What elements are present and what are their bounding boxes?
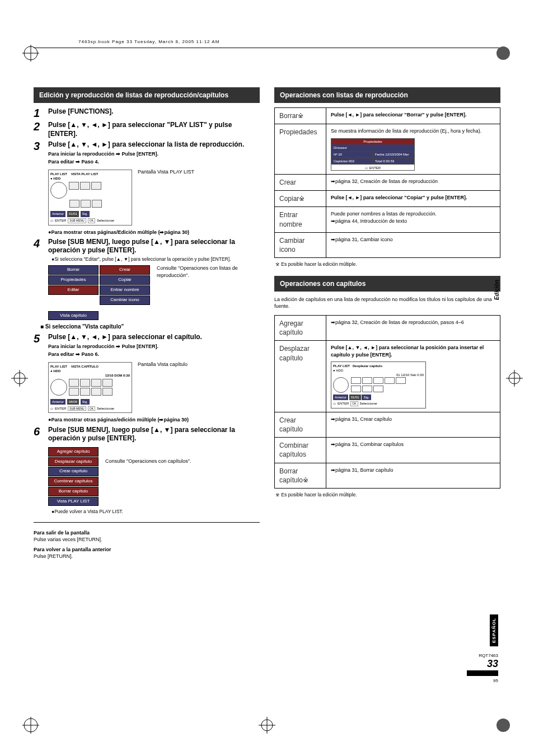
step-3-sub1: Para iniciar la reproducción ➡ Pulse [EN… [48, 151, 260, 157]
step-6-consult: Consulte "Operaciones con capítulos". [105, 458, 191, 464]
top-rule [34, 48, 500, 48]
step-1: 1 Pulse [FUNCTIONS]. [34, 107, 260, 119]
menu-vista-playlist: Vista PLAY LIST [48, 497, 99, 506]
registration-mark [506, 370, 523, 387]
step-number: 4 [34, 238, 44, 321]
step-5-text: Pulse [▲, ▼, ◄, ►] para seleccionar el c… [48, 333, 260, 342]
row-borrarcap-key: Borrar capítulo※ [275, 463, 326, 488]
step-5-sub2: Para editar ➡ Paso 6. [48, 351, 260, 358]
menu-copiar: Copiar [100, 275, 150, 285]
row-copiar-key: Copiar※ [275, 191, 326, 207]
book-meta-line: 7463sp.book Page 33 Tuesday, March 8, 20… [34, 39, 500, 44]
table-row: Combinar capítulos ➡página 31, Combinar … [275, 438, 500, 463]
ops-chapter-title: Operaciones con capítulos [274, 276, 500, 292]
multi-edit-note-2: ※ Es posible hacer la edición múltiple. [275, 492, 500, 498]
row-agregar-val: ➡página 32, Creación de listas de reprod… [326, 316, 500, 341]
chapter-diagram-label: Pantalla Vista capítulo [135, 360, 188, 416]
step-3-bullet: ●Para mostrar otras páginas/Edición múlt… [48, 229, 260, 236]
playlist-diagram-label: Pantalla Vista PLAY LIST [135, 167, 194, 227]
row-entrar-key: Entrar nombre [275, 207, 326, 232]
step-3-text: Pulse [▲, ▼, ◄, ►] para seleccionar la l… [48, 140, 260, 149]
language-tab: ESPAÑOL [490, 614, 498, 646]
table-row: Desplazar capítulo Pulse [▲, ▼, ◄, ►] pa… [275, 341, 500, 412]
registration-mark [22, 45, 39, 62]
step-2-text: Pulse [▲, ▼, ◄, ►] para seleccionar "PLA… [48, 121, 260, 138]
playlist-view-diagram: PLAY LIST VISTA PLAY LIST ● HDD Anterior… [48, 170, 132, 225]
desplazar-diagram: PLAY LIST Desplazar capítulo ● HDD 01 12… [331, 361, 426, 408]
step-5-sub1: Para iniciar la reproducción ➡ Pulse [EN… [48, 343, 260, 350]
row-crear-key: Crear [275, 174, 326, 190]
chapter-view-diagram: PLAY LIST VISTA CAPÍTULO ● HDD 12/10 DOM… [48, 362, 132, 414]
step-6: 6 Pulse [SUB MENU], luego pulse [▲, ▼] p… [34, 426, 260, 516]
step-5-bullet: ●Para mostrar otras páginas/edición múlt… [48, 416, 260, 423]
page-number-bar [467, 670, 498, 676]
svg-point-4 [496, 46, 510, 60]
svg-point-14 [496, 719, 510, 732]
table-row: Borrar※ Pulse [◄, ►] para seleccionar "B… [275, 108, 500, 124]
table-row: Crear capítulo ➡página 31, Crear capítul… [275, 412, 500, 437]
menu-desplazar-cap: Desplazar capítulo [48, 457, 99, 467]
vista-capitulo-subheading: ■ Si selecciona "Vista capítulo" [40, 323, 260, 331]
page-footer: ESPAÑOL RQT7463 33 95 [467, 614, 498, 683]
step-1-text: Pulse [FUNCTIONS]. [48, 107, 260, 116]
menu-vista-capitulo: Vista capítulo [48, 311, 99, 321]
menu-borrar: Borrar [48, 265, 99, 275]
enter-icon: ⬭ [333, 401, 336, 406]
menu-entrar-nombre: Entrar nombre [100, 285, 150, 295]
step-2: 2 Pulse [▲, ▼, ◄, ►] para seleccionar "P… [34, 121, 260, 138]
step-4-text: Pulse [SUB MENU], luego pulse [▲, ▼] par… [48, 238, 260, 255]
registration-mark [495, 45, 512, 62]
row-cambiar-val: ➡página 31, Cambiar icono [326, 232, 500, 257]
row-crearcap-key: Crear capítulo [275, 412, 326, 437]
step-4: 4 Pulse [SUB MENU], luego pulse [▲, ▼] p… [34, 238, 260, 321]
row-agregar-key: Agregar capítulo [275, 316, 326, 341]
row-copiar-val: Pulse [◄, ►] para seleccionar "Copiar" y… [326, 191, 500, 207]
step-4-consult: Consulte "Operaciones con listas de repr… [157, 265, 260, 278]
menu-combinar-cap: Combinar capítulos [48, 477, 99, 486]
menu-borrar-cap: Borrar capítulo [48, 487, 99, 496]
row-entrar-val: Puede poner nombres a listas de reproduc… [326, 207, 500, 232]
right-column: Operaciones con listas de reproducción B… [274, 87, 500, 560]
registration-mark [495, 717, 512, 734]
page-number: 33 [467, 658, 498, 670]
section-tab-edicion: Edición [494, 280, 500, 300]
properties-diagram: Propiedades Dinosaur Nº 10 Fecha 12/10/2… [331, 138, 415, 171]
ops-playlist-title: Operaciones con listas de reproducción [274, 87, 500, 103]
table-row: Copiar※ Pulse [◄, ►] para seleccionar "C… [275, 191, 500, 207]
step-6-text: Pulse [SUB MENU], luego pulse [▲, ▼] par… [48, 426, 260, 443]
registration-mark [259, 717, 275, 734]
step-3-sub2: Para editar ➡ Paso 4. [48, 158, 260, 165]
registration-mark [11, 370, 28, 387]
menu-crear: Crear [100, 265, 150, 275]
row-desplazar-val: Pulse [▲, ▼, ◄, ►] para seleccionar la p… [326, 341, 500, 412]
row-prop-key: Propiedades [275, 124, 326, 175]
menu-cambiar-icono: Cambiar icono [100, 295, 150, 305]
menu-propiedades: Propiedades [48, 275, 99, 285]
row-borrar-key: Borrar※ [275, 108, 326, 124]
row-combinar-val: ➡página 31, Combinar capítulos [326, 438, 500, 463]
row-cambiar-key: Cambiar icono [275, 232, 326, 257]
left-section-title: Edición y reproducción de listas de repr… [34, 87, 260, 103]
step-3: 3 Pulse [▲, ▼, ◄, ►] para seleccionar la… [34, 140, 260, 235]
step-6-bullet: ●Puede volver a Vista PLAY LIST. [55, 509, 260, 515]
step-5: 5 Pulse [▲, ▼, ◄, ►] para seleccionar el… [34, 333, 260, 424]
row-desplazar-key: Desplazar capítulo [275, 341, 326, 412]
row-prop-val: Se muestra información de lista de repro… [326, 124, 500, 175]
table-row: Borrar capítulo※ ➡página 31, Borrar capí… [275, 463, 500, 488]
table-row: Cambiar icono ➡página 31, Cambiar icono [275, 232, 500, 257]
row-borrar-val: Pulse [◄, ►] para seleccionar "Borrar" y… [326, 108, 500, 124]
step-number: 5 [34, 333, 44, 424]
ops-playlist-table: Borrar※ Pulse [◄, ►] para seleccionar "B… [274, 107, 500, 258]
menu-editar: Editar [48, 285, 99, 295]
menu-agregar-cap: Agregar capítulo [48, 447, 99, 457]
step-number: 3 [34, 140, 44, 235]
doc-code: RQT7463 [467, 653, 498, 658]
enter-icon: ⬭ [50, 218, 53, 223]
ops-chapter-table: Agregar capítulo ➡página 32, Creación de… [274, 315, 500, 489]
row-crearcap-val: ➡página 31, Crear capítulo [326, 412, 500, 437]
row-borrarcap-val: ➡página 31, Borrar capítulo [326, 463, 500, 488]
menu-crear-cap: Crear capítulo [48, 467, 99, 476]
table-row: Agregar capítulo ➡página 32, Creación de… [275, 316, 500, 341]
sub-page-number: 95 [467, 678, 498, 683]
enter-icon: ⬭ [365, 166, 368, 170]
